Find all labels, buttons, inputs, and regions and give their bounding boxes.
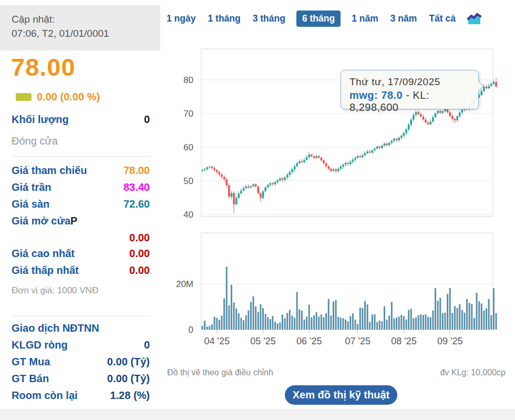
volume-bar: [260, 304, 261, 330]
highest-price-row: Giá cao nhất 0.00: [12, 248, 150, 260]
candle: [420, 114, 422, 116]
volume-bar: [435, 288, 436, 330]
volume-bar: [364, 301, 366, 330]
candle: [296, 163, 298, 167]
volume-bar: [420, 314, 421, 330]
volume-bar: [393, 319, 395, 330]
volume-bar: [427, 317, 429, 330]
volume-bar: [231, 285, 232, 330]
technical-chart-button[interactable]: Xem đồ thị kỹ thuật: [285, 385, 397, 405]
volume-bar: [483, 311, 485, 330]
volume-bar: [376, 322, 378, 330]
candle: [276, 180, 279, 182]
tab-1-ngay[interactable]: 1 ngày: [166, 11, 197, 27]
tab-tat-ca[interactable]: Tất cả: [428, 11, 457, 27]
tooltip-date: Thứ tư, 17/09/2025: [349, 76, 478, 88]
chart-footnotes: Đồ thị vẽ theo giá điều chỉnh đv KLg: 10…: [167, 368, 506, 377]
candle: [413, 115, 415, 120]
candle: [301, 161, 303, 162]
ceiling-price-value: 83.40: [123, 181, 150, 193]
room-remaining-label: Room còn lại: [12, 390, 78, 402]
volume-bar: [340, 317, 342, 330]
candle: [267, 185, 269, 187]
area-chart-icon[interactable]: [467, 11, 482, 26]
candle: [291, 169, 293, 172]
volume-bar: [333, 301, 334, 330]
volume-bar: [386, 320, 388, 330]
candle: [255, 184, 257, 186]
volume-bar: [413, 319, 414, 330]
candle: [201, 170, 203, 171]
candle: [321, 158, 323, 160]
candle: [221, 175, 223, 177]
volume-bar: [471, 304, 472, 330]
volume-bar: [318, 316, 320, 330]
volume-bar: [384, 306, 385, 330]
volume-bar: [473, 318, 475, 330]
volume-bar: [272, 316, 273, 330]
candle: [483, 87, 485, 91]
volume-bar: [216, 318, 218, 330]
volume-bar: [481, 303, 482, 330]
candle: [381, 146, 383, 148]
candle: [250, 186, 252, 188]
candle: [376, 147, 378, 149]
volume-bar: [250, 302, 252, 330]
candle: [423, 117, 425, 120]
candle: [327, 166, 329, 168]
volume-bar: [496, 313, 497, 330]
candle: [488, 86, 490, 88]
tab-3-thang[interactable]: 3 tháng: [252, 11, 286, 27]
tab-1-thang[interactable]: 1 tháng: [207, 11, 241, 27]
update-label: Cập nhật:: [12, 13, 160, 27]
volume-bar: [282, 314, 283, 330]
tab-3-nam[interactable]: 3 năm: [389, 11, 418, 27]
candle: [252, 184, 254, 186]
tab-1-nam[interactable]: 1 năm: [351, 11, 379, 27]
candle: [396, 139, 398, 140]
candle: [384, 144, 386, 146]
candle: [451, 116, 454, 119]
price-unit-note: Đơn vị giá: 1000 VNĐ: [12, 285, 98, 296]
candle: [495, 82, 497, 87]
candle: [257, 187, 259, 193]
candle: [311, 155, 313, 156]
volume-bar: [418, 315, 419, 330]
volume-bar: [403, 316, 405, 330]
volume-bar: [284, 319, 286, 330]
highest-price-value: 0.00: [129, 248, 150, 260]
volume-bar: [274, 322, 276, 330]
volume-bar: [439, 298, 441, 330]
candle: [294, 166, 296, 169]
volume-bar: [406, 320, 407, 330]
candle: [272, 183, 274, 184]
candle: [349, 162, 352, 164]
candle: [359, 156, 362, 157]
volume-bar: [253, 296, 254, 330]
room-remaining-value: 1.28 (%): [110, 390, 150, 402]
candle: [231, 193, 233, 197]
volume-bar: [248, 310, 249, 330]
volume-bar: [262, 308, 264, 330]
candle: [342, 165, 344, 167]
tab-6-thang[interactable]: 6 tháng: [296, 11, 341, 27]
candle: [435, 113, 437, 117]
reference-price-row: Giá tham chiếu 78.00: [12, 165, 150, 177]
candle: [308, 155, 310, 157]
candle: [264, 187, 266, 191]
candle: [323, 160, 325, 163]
candle: [282, 179, 284, 180]
candle: [318, 156, 320, 158]
candle: [427, 122, 429, 124]
volume-bar: [400, 315, 402, 330]
candle: [493, 82, 495, 84]
volume-bar: [451, 313, 453, 330]
candle: [362, 155, 364, 157]
volume-bar: [304, 320, 305, 330]
chart-tooltip: Thứ tư, 17/09/2025 mwg: 78.0 - KL: 8,298…: [341, 70, 479, 109]
candle: [306, 157, 308, 160]
volume-bar: [374, 314, 376, 330]
candle: [298, 161, 301, 163]
price-axis-label: 60: [183, 142, 193, 152]
volume-bar: [457, 308, 458, 330]
